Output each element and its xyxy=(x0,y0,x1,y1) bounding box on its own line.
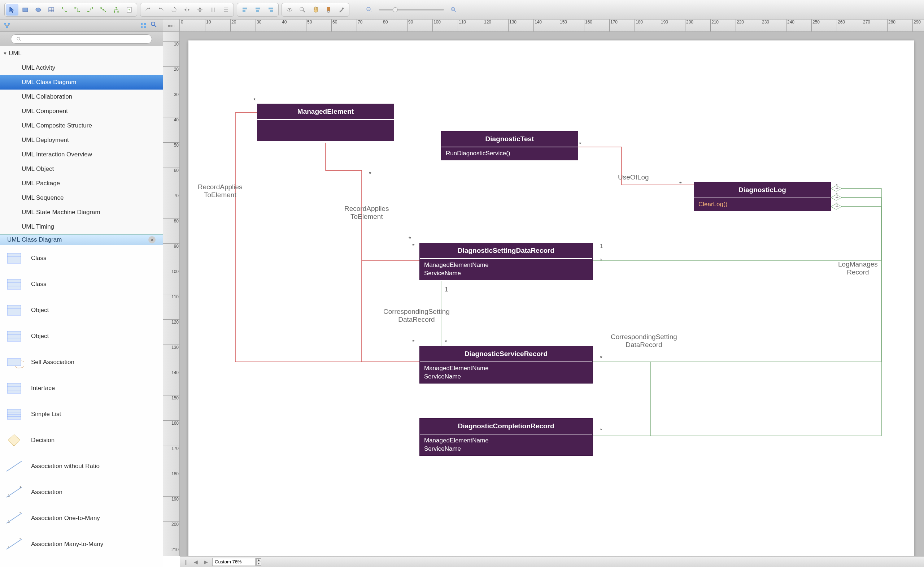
tree-item[interactable]: UML Sequence xyxy=(0,191,163,205)
uml-class-title: DiagnosticLog xyxy=(694,182,831,198)
svg-rect-43 xyxy=(255,8,260,9)
zoom-input[interactable] xyxy=(212,558,255,566)
shape-thumb-icon: 1* xyxy=(4,510,24,527)
uml-attribute: ManagedElementName xyxy=(424,364,588,373)
prev-page-button[interactable]: ◀ xyxy=(192,558,199,565)
svg-line-56 xyxy=(370,11,371,12)
palette-item[interactable]: Self Association xyxy=(0,349,163,375)
panel-search-bar xyxy=(0,32,163,46)
rectangle-tool[interactable] xyxy=(19,4,32,15)
multiplicity-label: 1 xyxy=(600,243,603,250)
uml-class-test[interactable]: DiagnosticTestRunDiagnosticService() xyxy=(441,131,578,160)
pointer-tool[interactable] xyxy=(6,4,18,15)
palette-item[interactable]: Association without Ratio xyxy=(0,453,163,479)
svg-rect-53 xyxy=(342,7,344,9)
uml-class-service[interactable]: DiagnosticServiceRecordManagedElementNam… xyxy=(419,346,592,384)
distribute-v-tool[interactable] xyxy=(220,4,232,15)
ruler-horizontal: 0102030405060708090100110120130140150160… xyxy=(180,20,924,32)
uml-class-managed[interactable]: ManagedElement xyxy=(257,104,394,141)
association-label: RecordApplies ToElement xyxy=(198,183,243,199)
svg-line-8 xyxy=(63,8,66,12)
palette-item[interactable]: Class xyxy=(0,245,163,271)
uml-class-completion[interactable]: DiagnosticCompletionRecordManagedElement… xyxy=(419,418,592,456)
palette-item[interactable]: 1*Association One-to-Many xyxy=(0,505,163,531)
export-tool[interactable] xyxy=(123,4,135,15)
connector-1-tool[interactable] xyxy=(58,4,70,15)
svg-text:*: * xyxy=(20,511,21,514)
ellipse-tool[interactable] xyxy=(32,4,44,15)
palette-item[interactable]: Class xyxy=(0,271,163,297)
uml-class-body: ManagedElementNameServiceName xyxy=(420,362,592,383)
distribute-h-tool[interactable] xyxy=(207,4,219,15)
tree-root-uml[interactable]: UML xyxy=(0,46,163,61)
grid-view-icon[interactable] xyxy=(138,21,148,30)
close-icon[interactable]: ✕ xyxy=(148,236,156,244)
uml-class-title: DiagnosticServiceRecord xyxy=(420,346,592,362)
arc-cw-tool[interactable] xyxy=(142,4,154,15)
svg-line-50 xyxy=(303,11,305,12)
tree-item[interactable]: UML Interaction Overview xyxy=(0,147,163,162)
svg-rect-61 xyxy=(4,23,6,24)
canvas-viewport[interactable]: ManagedElementDiagnosticTestRunDiagnosti… xyxy=(180,32,924,556)
connector-5-tool[interactable] xyxy=(110,4,122,15)
palette-item[interactable]: Simple List xyxy=(0,401,163,427)
tree-item[interactable]: UML State Machine Diagram xyxy=(0,205,163,220)
svg-rect-78 xyxy=(7,279,21,289)
tree-item[interactable]: UML Deployment xyxy=(0,133,163,147)
table-tool[interactable] xyxy=(45,4,57,15)
rotate-tool[interactable] xyxy=(168,4,180,15)
tree-item[interactable]: UML Class Diagram xyxy=(0,75,163,90)
palette-item[interactable]: Interface xyxy=(0,375,163,401)
zoom-out-button[interactable] xyxy=(363,4,375,15)
palette-item-label: Association without Ratio xyxy=(31,463,100,470)
palette-item[interactable]: **Association Many-to-Many xyxy=(0,531,163,557)
tree-item[interactable]: UML Timing xyxy=(0,220,163,234)
svg-line-16 xyxy=(101,8,103,10)
palette-item[interactable]: 11Association xyxy=(0,479,163,505)
palette-item[interactable]: Object xyxy=(0,323,163,349)
diagram-page[interactable]: ManagedElementDiagnosticTestRunDiagnosti… xyxy=(188,41,914,556)
svg-point-72 xyxy=(151,22,155,26)
tree-item[interactable]: UML Object xyxy=(0,162,163,176)
palette-item-label: Interface xyxy=(31,385,55,392)
svg-point-48 xyxy=(289,9,290,11)
align-left-tool[interactable] xyxy=(238,4,251,15)
multiplicity-label: 1 xyxy=(835,202,838,209)
flip-h-tool[interactable] xyxy=(181,4,193,15)
search-icon[interactable] xyxy=(150,21,160,30)
library-search-input[interactable] xyxy=(11,34,152,44)
svg-text:1: 1 xyxy=(8,494,10,497)
align-right-tool[interactable] xyxy=(265,4,277,15)
svg-rect-87 xyxy=(7,383,21,393)
eye-tool[interactable] xyxy=(284,4,296,15)
palette-item[interactable]: Decision xyxy=(0,427,163,453)
flip-v-tool[interactable] xyxy=(194,4,206,15)
tree-item[interactable]: UML Component xyxy=(0,104,163,119)
align-center-tool[interactable] xyxy=(252,4,264,15)
svg-rect-70 xyxy=(141,26,142,28)
arc-ccw-tool[interactable] xyxy=(155,4,167,15)
tree-item[interactable]: UML Composite Structure xyxy=(0,119,163,133)
snap-tool[interactable] xyxy=(322,4,334,15)
connector-2-tool[interactable] xyxy=(71,4,83,15)
multiplicity-label: * xyxy=(445,339,447,346)
tree-item[interactable]: UML Activity xyxy=(0,61,163,75)
connector-3-tool[interactable] xyxy=(84,4,96,15)
connector-4-tool[interactable] xyxy=(97,4,110,15)
uml-class-setting[interactable]: DiagnosticSettingDataRecordManagedElemen… xyxy=(419,243,592,280)
zoom-stepper[interactable]: ▲▼ xyxy=(256,558,261,565)
palette-item[interactable]: Object xyxy=(0,297,163,323)
shape-thumb-icon xyxy=(4,302,24,319)
pause-icon[interactable]: ‖ xyxy=(182,558,189,565)
tree-mode-icon[interactable] xyxy=(2,21,12,30)
multiplicity-label: 1 xyxy=(445,286,448,293)
hand-tool[interactable] xyxy=(309,4,322,15)
tree-item[interactable]: UML Package xyxy=(0,176,163,191)
tree-item[interactable]: UML Collaboration xyxy=(0,90,163,104)
zoom-tool[interactable] xyxy=(296,4,309,15)
zoom-slider[interactable] xyxy=(363,4,460,15)
eyedropper-tool[interactable] xyxy=(335,4,348,15)
next-page-button[interactable]: ▶ xyxy=(202,558,209,565)
uml-class-log[interactable]: DiagnosticLogClearLog() xyxy=(694,182,831,211)
zoom-in-button[interactable] xyxy=(448,4,460,15)
